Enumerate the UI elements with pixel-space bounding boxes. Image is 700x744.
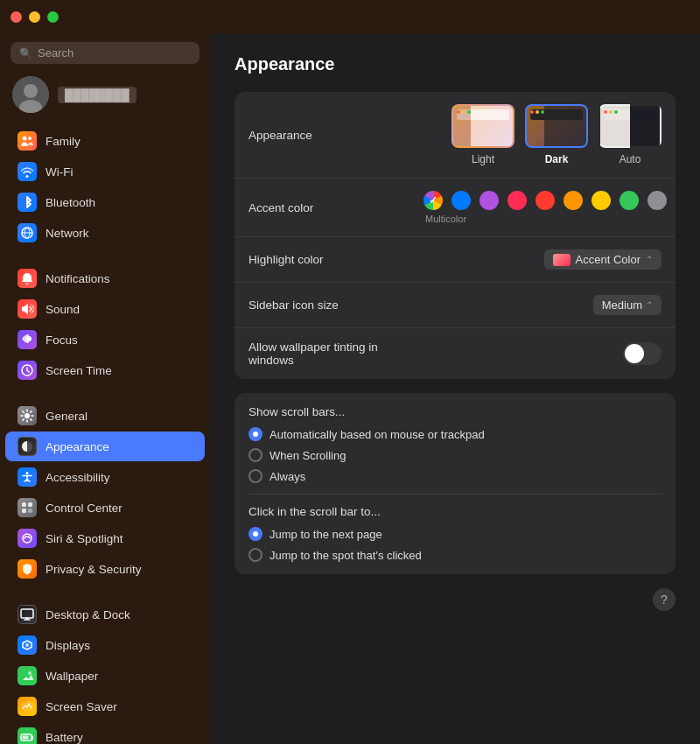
appearance-option-light[interactable]: Light	[452, 104, 514, 165]
sidebar-item-wallpaper[interactable]: Wallpaper	[5, 661, 205, 691]
click-radio-spot	[248, 548, 262, 562]
sidebar-section-hardware: Desktop & Dock Displays	[0, 597, 210, 744]
sidebar-item-notifications[interactable]: Notifications	[5, 263, 205, 293]
sidebar-item-label-privacy: Privacy & Security	[46, 563, 142, 576]
accent-orange[interactable]	[564, 191, 583, 210]
sidebar-item-family[interactable]: Family	[5, 126, 205, 156]
highlight-color-dropdown[interactable]: Accent Color ⌃	[544, 249, 662, 270]
dark-thumb	[525, 104, 588, 148]
accent-pink[interactable]	[508, 191, 527, 210]
wifi-icon	[18, 162, 37, 181]
close-button[interactable]	[10, 11, 22, 23]
titlebar	[0, 0, 700, 33]
scroll-option-always[interactable]: Always	[248, 469, 662, 483]
click-scroll-nextpage[interactable]: Jump to the next page	[248, 527, 662, 541]
battery-icon	[18, 727, 37, 744]
accent-yellow[interactable]	[592, 191, 611, 210]
scroll-bars-title: Show scroll bars...	[248, 405, 662, 418]
accent-purple[interactable]	[480, 191, 499, 210]
sidebar-icon-size-row: Sidebar icon size Medium ⌃	[234, 283, 676, 328]
accent-graphite[interactable]	[648, 191, 667, 210]
sidebar-item-displays[interactable]: Displays	[5, 630, 205, 660]
sidebar-item-screentime[interactable]: Screen Time	[5, 355, 205, 385]
sidebar-section-system: Notifications Sound	[0, 261, 210, 388]
accent-color-label: Accent color	[248, 201, 424, 214]
sidebar-item-label-controlcenter: Control Center	[46, 502, 122, 515]
click-scroll-spot[interactable]: Jump to the spot that's clicked	[248, 548, 662, 562]
sidebar-item-desktop[interactable]: Desktop & Dock	[5, 600, 205, 629]
sidebar-item-privacy[interactable]: Privacy & Security	[5, 554, 205, 584]
sidebar-item-label-siri: Siri & Spotlight	[46, 532, 123, 545]
sidebar-item-label-accessibility: Accessibility	[46, 471, 110, 484]
highlight-color-label: Highlight color	[248, 253, 424, 266]
maximize-button[interactable]	[47, 11, 59, 23]
accent-blue[interactable]	[452, 191, 471, 210]
sidebar-item-focus[interactable]: Focus	[5, 325, 205, 354]
dark-label: Dark	[545, 153, 569, 165]
bottom-help: ?	[234, 588, 676, 611]
traffic-lights	[10, 11, 59, 23]
network-icon	[18, 223, 37, 242]
accent-red[interactable]	[536, 191, 555, 210]
wallpaper-icon	[18, 666, 37, 685]
sidebar-icon-size-label: Sidebar icon size	[248, 298, 424, 312]
sidebar-icon-size-dropdown[interactable]: Medium ⌃	[593, 295, 662, 315]
scroll-bars-options: Automatically based on mouse or trackpad…	[248, 427, 662, 483]
appearance-option-auto[interactable]: Auto	[598, 104, 662, 165]
sidebar-item-controlcenter[interactable]: Control Center	[5, 493, 205, 523]
highlight-color-row: Highlight color Accent Color ⌃	[234, 237, 676, 283]
sidebar-item-accessibility[interactable]: Accessibility	[5, 462, 205, 492]
appearance-option-dark[interactable]: Dark	[525, 104, 588, 165]
minimize-button[interactable]	[29, 11, 40, 23]
click-scroll-spot-label: Jump to the spot that's clicked	[270, 549, 422, 562]
accent-color-row-dots	[424, 191, 676, 210]
sidebar-icon-size-control: Medium ⌃	[424, 295, 662, 315]
svg-rect-14	[28, 509, 32, 513]
svg-point-10	[26, 472, 29, 474]
svg-rect-12	[28, 502, 32, 507]
scroll-radio-always	[248, 469, 262, 483]
sidebar-item-appearance[interactable]: Appearance	[5, 432, 205, 461]
accessibility-icon	[18, 467, 37, 487]
general-icon	[18, 406, 37, 425]
scroll-option-auto[interactable]: Automatically based on mouse or trackpad	[248, 427, 662, 441]
wallpaper-tinting-control	[424, 342, 662, 365]
wallpaper-tinting-toggle[interactable]	[623, 342, 662, 365]
sidebar-item-label-sound: Sound	[46, 303, 80, 316]
privacy-icon	[18, 559, 37, 579]
screensaver-icon	[18, 697, 37, 716]
sidebar-item-network[interactable]: Network	[5, 218, 205, 248]
sidebar-section-prefs: General Appearance Acc	[0, 398, 210, 586]
sidebar-item-label-screensaver: Screen Saver	[46, 700, 117, 713]
accent-green[interactable]	[620, 191, 639, 210]
svg-point-4	[28, 137, 32, 140]
svg-point-6	[26, 336, 32, 341]
page-title: Appearance	[234, 54, 676, 74]
user-profile[interactable]: ████████	[0, 71, 210, 123]
sidebar-item-battery[interactable]: Battery	[5, 722, 205, 744]
sidebar-item-siri[interactable]: Siri & Spotlight	[5, 523, 205, 553]
sidebar-item-screensaver[interactable]: Screen Saver	[5, 691, 205, 721]
accent-multicolor[interactable]	[424, 191, 443, 210]
search-box[interactable]: 🔍 Search	[10, 42, 200, 64]
help-button[interactable]: ?	[653, 588, 676, 611]
sidebar-item-wifi[interactable]: Wi-Fi	[5, 157, 205, 186]
svg-rect-13	[22, 509, 26, 513]
sidebar-item-label-network: Network	[46, 227, 89, 240]
auto-label: Auto	[620, 153, 641, 165]
scroll-option-scrolling[interactable]: When Scrolling	[248, 448, 662, 462]
svg-point-3	[23, 137, 27, 141]
sidebar-item-sound[interactable]: Sound	[5, 294, 205, 324]
light-thumb	[452, 104, 514, 148]
wallpaper-tinting-row: Allow wallpaper tinting in windows	[234, 328, 676, 379]
sound-icon	[18, 299, 37, 319]
scroll-option-scrolling-label: When Scrolling	[270, 449, 346, 462]
siri-icon	[18, 529, 37, 548]
auto-thumb	[598, 104, 662, 148]
controlcenter-icon	[18, 498, 37, 517]
sidebar-item-bluetooth[interactable]: Bluetooth	[5, 187, 205, 217]
main-content: Appearance Appearance	[210, 33, 700, 744]
family-icon	[18, 131, 37, 151]
sidebar-item-general[interactable]: General	[5, 401, 205, 431]
scroll-radio-auto	[248, 427, 262, 441]
